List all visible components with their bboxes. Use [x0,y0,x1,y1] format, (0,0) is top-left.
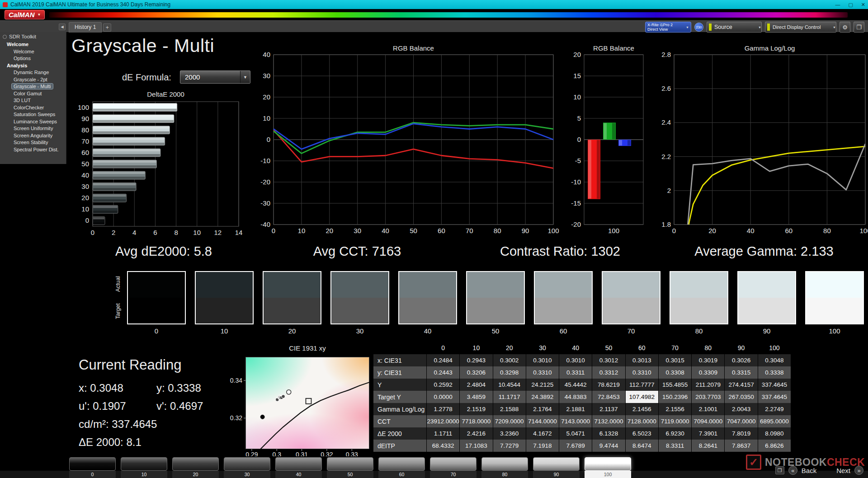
level-cell-40: 40 [275,457,322,478]
swatch-box [195,271,254,324]
table-cell: 2.4804 [460,379,493,391]
svg-text:1.8: 1.8 [661,220,671,228]
svg-text:0: 0 [577,136,581,143]
level-button-50[interactable] [327,457,373,471]
rgb-bars-svg: -20-15-10-505101520100RGB Balance [564,43,650,242]
swatch-30: 30 [330,271,389,335]
de-formula-value: 2000 [180,73,240,81]
table-cell: 8.6474 [626,440,659,452]
level-number-label: 90 [533,471,580,478]
avg-cct-stat: Avg CCT: 7163 [313,244,401,259]
level-button-row: 0102030405060708090100 [69,457,631,478]
svg-text:15: 15 [573,72,581,80]
level-cell-30: 30 [224,457,270,478]
table-cell: 7.8019 [725,427,758,440]
meter-status-badge[interactable]: 230 [694,23,703,32]
meter-select-button[interactable]: X-Rite i1Pro 2 Direct View ▼ [645,22,691,33]
table-cell: 8.2641 [692,440,725,452]
table-cell: 150.2396 [659,391,692,403]
table-cell: 2.1881 [559,403,592,415]
table-row-label: Y [373,379,427,391]
sidebar-item-welcome[interactable]: Welcome [0,41,66,48]
table-cell: 2.1588 [493,403,526,415]
svg-text:10: 10 [193,229,201,236]
calman-logo-text: CalMAN [9,11,35,19]
level-button-10[interactable] [121,457,167,471]
window-title: CalMAN 2019 CalMAN Ultimate for Business… [10,1,170,8]
add-tab-button[interactable]: + [103,23,111,32]
de-formula-select[interactable]: 2000 ▼ [180,70,250,84]
swatch-row-label-target: Target [115,298,122,324]
table-cell: 45.4442 [559,379,592,391]
table-row-label: x: CIE31 [373,354,427,366]
level-button-80[interactable] [481,457,528,471]
minimize-button[interactable]: — [835,2,840,7]
level-button-100[interactable] [585,457,631,471]
source-select-button[interactable]: Source ▼ [707,22,762,33]
cie-svg: 0.320.340.290.30.310.320.33CIE 1931 xy [222,343,373,456]
close-button[interactable]: ✕ [861,2,865,8]
table-cell: 7.8637 [725,440,758,452]
swatch-box [737,271,796,324]
level-number-label: 0 [69,471,116,478]
display-control-status-strip [767,23,770,31]
maximize-button[interactable]: ▢ [848,2,853,8]
svg-text:40: 40 [747,227,755,234]
svg-text:14: 14 [235,229,243,236]
swatch-level-label: 80 [670,327,728,335]
tab-bar: ◀ History 1 + X-Rite i1Pro 2 Direct View… [0,20,868,32]
level-number-label: 100 [585,471,631,478]
svg-text:-15: -15 [571,199,581,207]
svg-text:20: 20 [263,93,270,101]
level-cell-60: 60 [378,457,425,478]
current-reading-panel: Current Reading x: 0.3048 y: 0.3338 u': … [79,357,232,373]
svg-text:10: 10 [263,114,270,122]
sidebar-item-welcome[interactable]: Welcome [0,48,66,56]
chevron-down-icon: ▼ [686,26,689,29]
svg-text:100: 100 [78,103,89,111]
level-button-20[interactable] [172,457,219,471]
layout-windows-icon[interactable]: ❐ [854,22,864,33]
level-cell-70: 70 [430,457,476,478]
calman-logo-button[interactable]: CalMAN ▼ [5,10,45,19]
sidebar-collapse-button[interactable]: ◀ [59,23,66,30]
table-cell: 0.3310 [626,366,659,379]
sidebar-item-options[interactable]: Options [0,55,66,62]
gear-icon[interactable]: ⚙ [840,22,850,33]
sidebar-item-grayscale-2pt[interactable]: Grayscale - 2pt [0,76,66,84]
target-gamma-line [678,146,865,242]
display-control-select-button[interactable]: Direct Display Control ▼ [765,22,836,33]
svg-text:0: 0 [272,227,275,234]
swatch-target-half [535,298,592,323]
svg-text:CIE 1931 xy: CIE 1931 xy [289,344,326,352]
spectrum-gradient-bar [49,12,848,18]
level-cell-0: 0 [69,457,116,478]
swatch-box [398,271,457,324]
level-button-70[interactable] [430,457,476,471]
table-header-10: 10 [460,342,493,354]
svg-text:-20: -20 [260,178,270,186]
svg-text:30: 30 [354,227,361,234]
table-header-100: 100 [758,342,791,354]
svg-text:0.33: 0.33 [346,451,358,456]
chevron-down-icon: ▼ [38,13,41,17]
swatch-target-half [196,298,253,323]
table-cell: 4.1672 [526,427,559,440]
level-button-90[interactable] [533,457,580,471]
grayscale-swatch-strip: 0102030405060708090100 [127,271,864,335]
rgb-balance-line-chart: -40-30-20-100102030400102030405060708090… [253,43,561,242]
swatch-actual-half [806,272,863,298]
svg-text:-5: -5 [575,157,581,164]
level-button-40[interactable] [275,457,322,471]
table-row-label: Target Y [373,391,427,403]
swatch-target-half [738,298,795,323]
sidebar-item-dynamic-range[interactable]: Dynamic Range [0,69,66,76]
swatch-level-label: 50 [466,327,525,335]
sidebar-item-analysis[interactable]: Analysis [0,62,66,70]
svg-text:RGB Balance: RGB Balance [393,44,434,52]
level-button-0[interactable] [69,457,116,471]
tab-history-1[interactable]: History 1 [69,22,102,33]
level-button-30[interactable] [224,457,270,471]
table-cell: 0.2592 [427,379,460,391]
level-button-60[interactable] [378,457,425,471]
